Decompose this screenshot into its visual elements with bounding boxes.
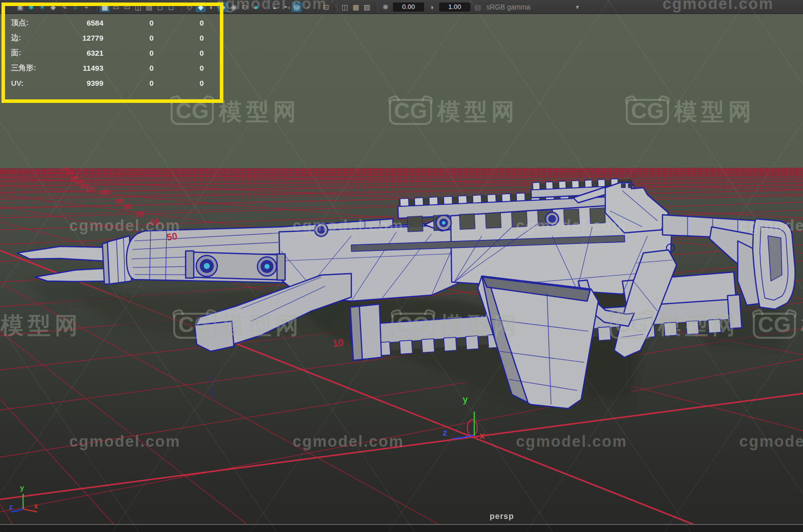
textured-cube-icon[interactable]: ◈	[218, 2, 228, 12]
rifle-wireframe-model	[17, 178, 795, 409]
pencil-icon[interactable]: ✎	[59, 2, 69, 12]
contrast-field[interactable]: 1.00	[439, 3, 470, 12]
toolbar-separator	[374, 3, 378, 12]
hud-stat-value: 6321	[57, 49, 103, 57]
snapshot-icon[interactable]: ◫	[340, 2, 350, 12]
toolbar-separator	[263, 3, 267, 12]
hud-stat-value: 0	[154, 34, 204, 42]
shadows-icon[interactable]: ◒	[270, 2, 280, 12]
hud-stat-row: 顶点:658400	[11, 15, 208, 30]
hud-stat-row: UV:939900	[11, 75, 208, 90]
hud-stat-row: 边:1277900	[11, 30, 208, 45]
hud-stat-value: 11493	[57, 64, 103, 72]
hud-stat-label: 面:	[11, 48, 57, 58]
toolbar-separator	[315, 3, 319, 12]
textured-sphere-icon[interactable]: ◐	[207, 2, 217, 12]
hud-stat-value: 0	[103, 19, 154, 27]
zoom-region-icon[interactable]: ○	[70, 2, 80, 12]
camera-icon[interactable]: ▣	[15, 2, 25, 12]
hud-stat-value: 0	[154, 19, 204, 27]
exposure-icon[interactable]: ❋	[380, 2, 390, 12]
gate-mask-icon[interactable]: ◫	[133, 2, 143, 12]
contrast-icon[interactable]: ◑	[427, 2, 437, 12]
color-space-dropdown[interactable]: sRGB gamma	[486, 3, 530, 11]
image-plane-icon[interactable]: ▨	[362, 2, 372, 12]
field-chart-icon[interactable]: ▤	[144, 2, 154, 12]
hud-stat-value: 12779	[57, 34, 103, 42]
ao-sphere-icon[interactable]: ◓	[281, 2, 291, 12]
maya-viewport-window: 180160140130120110100908070605010 y z x …	[0, 0, 803, 532]
motion-blur-icon[interactable]: ▪	[303, 2, 313, 12]
resolution-gate-icon[interactable]: ▭	[122, 2, 132, 12]
panel-toolbar: ▣✱✳◆✎○+▦▭▭◫▤◻◻◇◆◐◈◉⊙●◒◓◎▪⊡◫▦▨❋0.00◑1.00▤…	[0, 0, 803, 14]
hud-stat-label: 三角形:	[11, 63, 57, 73]
hud-stat-value: 0	[154, 64, 204, 72]
shaded-cube-icon[interactable]: ◆	[196, 2, 206, 12]
toolbar-separator	[179, 3, 182, 12]
color-space-caret-icon[interactable]: ▼	[575, 4, 580, 10]
hud-stat-label: 顶点:	[11, 18, 57, 28]
hud-stat-value: 0	[103, 34, 154, 42]
hud-stat-value: 0	[103, 49, 154, 57]
toolbar-separator	[94, 3, 97, 12]
axis-icon[interactable]: +	[81, 2, 91, 12]
bottom-panel-edge	[0, 524, 803, 532]
safe-action-icon[interactable]: ◻	[155, 2, 165, 12]
grid-icon[interactable]: ▦	[100, 2, 110, 12]
hud-stat-row: 三角形:1149300	[11, 60, 208, 75]
light-bulb-icon[interactable]: ⊙	[240, 2, 250, 12]
flat-light-icon[interactable]: ●	[251, 2, 261, 12]
hud-stat-value: 9399	[57, 79, 103, 87]
model-viewport-canvas[interactable]	[0, 14, 803, 532]
hud-stat-value: 0	[154, 79, 204, 87]
film-gate-icon[interactable]: ▭	[111, 2, 121, 12]
hud-stat-row: 面:632100	[11, 45, 208, 60]
poly-count-hud: 顶点:658400边:1277900面:632100三角形:1149300UV:…	[11, 15, 208, 90]
hud-stat-value: 0	[154, 49, 204, 57]
bookmark-icon[interactable]: ◆	[48, 2, 58, 12]
checker-sphere-icon[interactable]: ◉	[229, 2, 239, 12]
gamma-icon[interactable]: ▤	[473, 2, 483, 12]
hud-stat-label: UV:	[11, 79, 57, 87]
multi-pane-icon[interactable]: ▦	[351, 2, 361, 12]
hud-stat-value: 6584	[57, 19, 103, 27]
camera-name-label: persp	[472, 512, 532, 521]
hud-stat-value: 0	[103, 79, 154, 87]
lock-icon[interactable]: ✱	[26, 2, 36, 12]
safe-title-icon[interactable]: ◻	[166, 2, 176, 12]
occlusion-icon[interactable]: ◎	[292, 2, 302, 12]
hud-stat-value: 0	[103, 64, 154, 72]
exposure-field[interactable]: 0.00	[393, 3, 424, 12]
gear-icon[interactable]: ✳	[37, 2, 47, 12]
toolbar-separator	[334, 3, 337, 12]
hud-stat-label: 边:	[11, 33, 57, 43]
wireframe-cube-icon[interactable]: ◇	[185, 2, 195, 12]
isolate-select-icon[interactable]: ⊡	[321, 2, 331, 12]
